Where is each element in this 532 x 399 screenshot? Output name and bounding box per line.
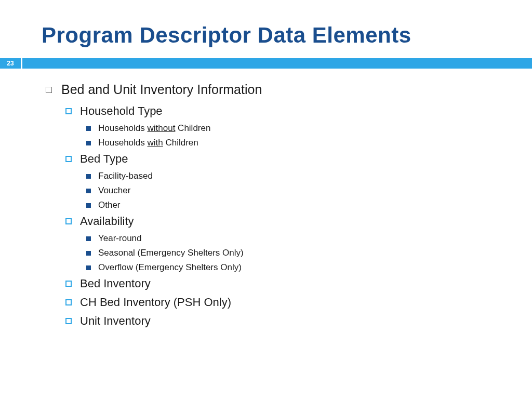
- list-item: Bed and Unit Inventory Information: [46, 82, 532, 97]
- square-bullet-icon: [65, 318, 72, 324]
- list-item-label: Households without Children: [98, 123, 210, 134]
- list-item: Seasonal (Emergency Shelters Only): [86, 248, 532, 258]
- divider-bar-fill: [22, 58, 532, 69]
- list-item: Households with Children: [86, 138, 532, 148]
- list-item: Household Type: [65, 104, 532, 118]
- square-bullet-icon: [65, 156, 72, 162]
- list-item-label: Unit Inventory: [80, 314, 151, 328]
- list-item-label: Bed Type: [80, 152, 128, 166]
- list-item-label: Facility-based: [98, 171, 153, 181]
- list-item-label: Overflow (Emergency Shelters Only): [98, 262, 242, 273]
- list-item: Bed Type: [65, 152, 532, 166]
- square-bullet-icon: [65, 218, 72, 224]
- list-item-label: Households with Children: [98, 138, 198, 148]
- list-item-label: Availability: [80, 215, 134, 228]
- square-bullet-icon: [46, 87, 52, 93]
- list-item: Availability: [65, 215, 532, 228]
- square-bullet-icon: [86, 236, 91, 241]
- slide-number-badge: 23: [0, 58, 21, 69]
- list-item: Overflow (Emergency Shelters Only): [86, 262, 532, 273]
- list-item-label: Voucher: [98, 185, 130, 196]
- list-item-label: Bed Inventory: [80, 277, 151, 290]
- square-bullet-icon: [86, 189, 91, 193]
- list-item: Unit Inventory: [65, 314, 532, 328]
- square-bullet-icon: [65, 281, 72, 287]
- divider-bar: 23: [0, 58, 532, 69]
- list-item: CH Bed Inventory (PSH Only): [65, 296, 532, 309]
- list-item: Other: [86, 200, 532, 210]
- list-item-label: Household Type: [80, 104, 163, 118]
- list-item: Bed Inventory: [65, 277, 532, 290]
- list-item: Facility-based: [86, 171, 532, 181]
- square-bullet-icon: [65, 108, 72, 114]
- list-item-label: Year-round: [98, 233, 142, 244]
- slide-title: Program Descriptor Data Elements: [0, 0, 532, 58]
- list-item: Voucher: [86, 185, 532, 196]
- square-bullet-icon: [86, 203, 91, 208]
- list-item-label: Seasonal (Emergency Shelters Only): [98, 248, 244, 258]
- content-area: Bed and Unit Inventory Information House…: [0, 69, 532, 328]
- square-bullet-icon: [86, 174, 91, 179]
- square-bullet-icon: [65, 299, 72, 305]
- list-item-label: Bed and Unit Inventory Information: [61, 82, 262, 97]
- list-item: Households without Children: [86, 123, 532, 134]
- square-bullet-icon: [86, 265, 91, 270]
- square-bullet-icon: [86, 251, 91, 256]
- list-item: Year-round: [86, 233, 532, 244]
- square-bullet-icon: [86, 141, 91, 145]
- list-item-label: Other: [98, 200, 121, 210]
- list-item-label: CH Bed Inventory (PSH Only): [80, 296, 231, 309]
- square-bullet-icon: [86, 126, 91, 131]
